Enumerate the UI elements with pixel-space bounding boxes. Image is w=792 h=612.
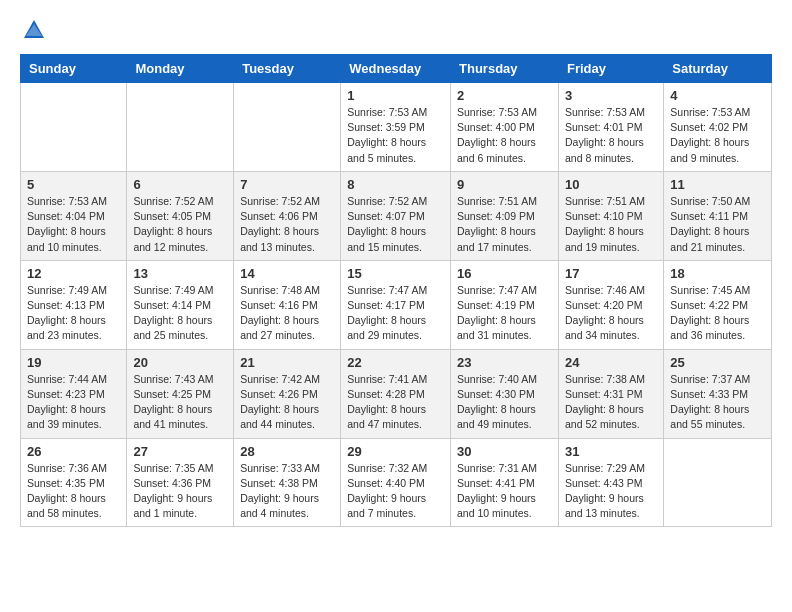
calendar-cell: 9Sunrise: 7:51 AM Sunset: 4:09 PM Daylig…: [451, 171, 559, 260]
logo: [20, 16, 52, 44]
calendar-cell: 3Sunrise: 7:53 AM Sunset: 4:01 PM Daylig…: [558, 83, 663, 172]
day-info: Sunrise: 7:44 AM Sunset: 4:23 PM Dayligh…: [27, 372, 120, 433]
day-info: Sunrise: 7:42 AM Sunset: 4:26 PM Dayligh…: [240, 372, 334, 433]
day-info: Sunrise: 7:33 AM Sunset: 4:38 PM Dayligh…: [240, 461, 334, 522]
calendar-cell: 13Sunrise: 7:49 AM Sunset: 4:14 PM Dayli…: [127, 260, 234, 349]
day-info: Sunrise: 7:51 AM Sunset: 4:10 PM Dayligh…: [565, 194, 657, 255]
day-number: 27: [133, 444, 227, 459]
day-number: 9: [457, 177, 552, 192]
day-info: Sunrise: 7:31 AM Sunset: 4:41 PM Dayligh…: [457, 461, 552, 522]
day-info: Sunrise: 7:53 AM Sunset: 4:01 PM Dayligh…: [565, 105, 657, 166]
day-number: 16: [457, 266, 552, 281]
day-number: 5: [27, 177, 120, 192]
day-number: 12: [27, 266, 120, 281]
header: [20, 16, 772, 44]
calendar-cell: 28Sunrise: 7:33 AM Sunset: 4:38 PM Dayli…: [234, 438, 341, 527]
calendar: SundayMondayTuesdayWednesdayThursdayFrid…: [20, 54, 772, 527]
day-number: 2: [457, 88, 552, 103]
calendar-cell: 1Sunrise: 7:53 AM Sunset: 3:59 PM Daylig…: [341, 83, 451, 172]
day-number: 3: [565, 88, 657, 103]
calendar-cell: 7Sunrise: 7:52 AM Sunset: 4:06 PM Daylig…: [234, 171, 341, 260]
day-info: Sunrise: 7:37 AM Sunset: 4:33 PM Dayligh…: [670, 372, 765, 433]
calendar-cell: 27Sunrise: 7:35 AM Sunset: 4:36 PM Dayli…: [127, 438, 234, 527]
day-number: 30: [457, 444, 552, 459]
day-info: Sunrise: 7:53 AM Sunset: 4:04 PM Dayligh…: [27, 194, 120, 255]
calendar-cell: 16Sunrise: 7:47 AM Sunset: 4:19 PM Dayli…: [451, 260, 559, 349]
calendar-cell: 2Sunrise: 7:53 AM Sunset: 4:00 PM Daylig…: [451, 83, 559, 172]
day-number: 1: [347, 88, 444, 103]
day-info: Sunrise: 7:35 AM Sunset: 4:36 PM Dayligh…: [133, 461, 227, 522]
day-info: Sunrise: 7:43 AM Sunset: 4:25 PM Dayligh…: [133, 372, 227, 433]
calendar-cell: 6Sunrise: 7:52 AM Sunset: 4:05 PM Daylig…: [127, 171, 234, 260]
day-number: 17: [565, 266, 657, 281]
day-number: 10: [565, 177, 657, 192]
day-info: Sunrise: 7:47 AM Sunset: 4:17 PM Dayligh…: [347, 283, 444, 344]
day-number: 6: [133, 177, 227, 192]
day-number: 22: [347, 355, 444, 370]
day-header-wednesday: Wednesday: [341, 55, 451, 83]
calendar-cell: 12Sunrise: 7:49 AM Sunset: 4:13 PM Dayli…: [21, 260, 127, 349]
day-number: 15: [347, 266, 444, 281]
calendar-cell: 8Sunrise: 7:52 AM Sunset: 4:07 PM Daylig…: [341, 171, 451, 260]
day-number: 4: [670, 88, 765, 103]
day-info: Sunrise: 7:53 AM Sunset: 4:00 PM Dayligh…: [457, 105, 552, 166]
day-info: Sunrise: 7:49 AM Sunset: 4:13 PM Dayligh…: [27, 283, 120, 344]
day-info: Sunrise: 7:32 AM Sunset: 4:40 PM Dayligh…: [347, 461, 444, 522]
svg-marker-1: [26, 24, 42, 36]
day-info: Sunrise: 7:45 AM Sunset: 4:22 PM Dayligh…: [670, 283, 765, 344]
calendar-cell: 29Sunrise: 7:32 AM Sunset: 4:40 PM Dayli…: [341, 438, 451, 527]
day-info: Sunrise: 7:38 AM Sunset: 4:31 PM Dayligh…: [565, 372, 657, 433]
page: SundayMondayTuesdayWednesdayThursdayFrid…: [0, 0, 792, 543]
calendar-cell: 5Sunrise: 7:53 AM Sunset: 4:04 PM Daylig…: [21, 171, 127, 260]
day-header-monday: Monday: [127, 55, 234, 83]
day-info: Sunrise: 7:52 AM Sunset: 4:05 PM Dayligh…: [133, 194, 227, 255]
day-info: Sunrise: 7:36 AM Sunset: 4:35 PM Dayligh…: [27, 461, 120, 522]
calendar-cell: 22Sunrise: 7:41 AM Sunset: 4:28 PM Dayli…: [341, 349, 451, 438]
calendar-cell: 19Sunrise: 7:44 AM Sunset: 4:23 PM Dayli…: [21, 349, 127, 438]
day-info: Sunrise: 7:41 AM Sunset: 4:28 PM Dayligh…: [347, 372, 444, 433]
day-number: 18: [670, 266, 765, 281]
day-header-sunday: Sunday: [21, 55, 127, 83]
calendar-cell: [664, 438, 772, 527]
day-info: Sunrise: 7:29 AM Sunset: 4:43 PM Dayligh…: [565, 461, 657, 522]
day-header-saturday: Saturday: [664, 55, 772, 83]
day-number: 31: [565, 444, 657, 459]
day-number: 25: [670, 355, 765, 370]
day-number: 28: [240, 444, 334, 459]
calendar-cell: [234, 83, 341, 172]
day-info: Sunrise: 7:52 AM Sunset: 4:06 PM Dayligh…: [240, 194, 334, 255]
calendar-week-0: 1Sunrise: 7:53 AM Sunset: 3:59 PM Daylig…: [21, 83, 772, 172]
calendar-cell: [127, 83, 234, 172]
calendar-cell: 14Sunrise: 7:48 AM Sunset: 4:16 PM Dayli…: [234, 260, 341, 349]
day-number: 21: [240, 355, 334, 370]
calendar-cell: 23Sunrise: 7:40 AM Sunset: 4:30 PM Dayli…: [451, 349, 559, 438]
calendar-cell: 10Sunrise: 7:51 AM Sunset: 4:10 PM Dayli…: [558, 171, 663, 260]
day-number: 19: [27, 355, 120, 370]
day-number: 24: [565, 355, 657, 370]
day-number: 23: [457, 355, 552, 370]
day-number: 11: [670, 177, 765, 192]
calendar-cell: 24Sunrise: 7:38 AM Sunset: 4:31 PM Dayli…: [558, 349, 663, 438]
day-number: 29: [347, 444, 444, 459]
calendar-cell: [21, 83, 127, 172]
day-info: Sunrise: 7:40 AM Sunset: 4:30 PM Dayligh…: [457, 372, 552, 433]
calendar-week-2: 12Sunrise: 7:49 AM Sunset: 4:13 PM Dayli…: [21, 260, 772, 349]
day-info: Sunrise: 7:53 AM Sunset: 3:59 PM Dayligh…: [347, 105, 444, 166]
day-info: Sunrise: 7:49 AM Sunset: 4:14 PM Dayligh…: [133, 283, 227, 344]
calendar-header-row: SundayMondayTuesdayWednesdayThursdayFrid…: [21, 55, 772, 83]
calendar-cell: 4Sunrise: 7:53 AM Sunset: 4:02 PM Daylig…: [664, 83, 772, 172]
day-header-tuesday: Tuesday: [234, 55, 341, 83]
calendar-cell: 11Sunrise: 7:50 AM Sunset: 4:11 PM Dayli…: [664, 171, 772, 260]
calendar-cell: 20Sunrise: 7:43 AM Sunset: 4:25 PM Dayli…: [127, 349, 234, 438]
day-info: Sunrise: 7:48 AM Sunset: 4:16 PM Dayligh…: [240, 283, 334, 344]
calendar-cell: 17Sunrise: 7:46 AM Sunset: 4:20 PM Dayli…: [558, 260, 663, 349]
calendar-cell: 15Sunrise: 7:47 AM Sunset: 4:17 PM Dayli…: [341, 260, 451, 349]
day-info: Sunrise: 7:53 AM Sunset: 4:02 PM Dayligh…: [670, 105, 765, 166]
calendar-cell: 18Sunrise: 7:45 AM Sunset: 4:22 PM Dayli…: [664, 260, 772, 349]
day-number: 8: [347, 177, 444, 192]
calendar-week-1: 5Sunrise: 7:53 AM Sunset: 4:04 PM Daylig…: [21, 171, 772, 260]
calendar-cell: 25Sunrise: 7:37 AM Sunset: 4:33 PM Dayli…: [664, 349, 772, 438]
day-number: 26: [27, 444, 120, 459]
calendar-week-3: 19Sunrise: 7:44 AM Sunset: 4:23 PM Dayli…: [21, 349, 772, 438]
calendar-cell: 31Sunrise: 7:29 AM Sunset: 4:43 PM Dayli…: [558, 438, 663, 527]
